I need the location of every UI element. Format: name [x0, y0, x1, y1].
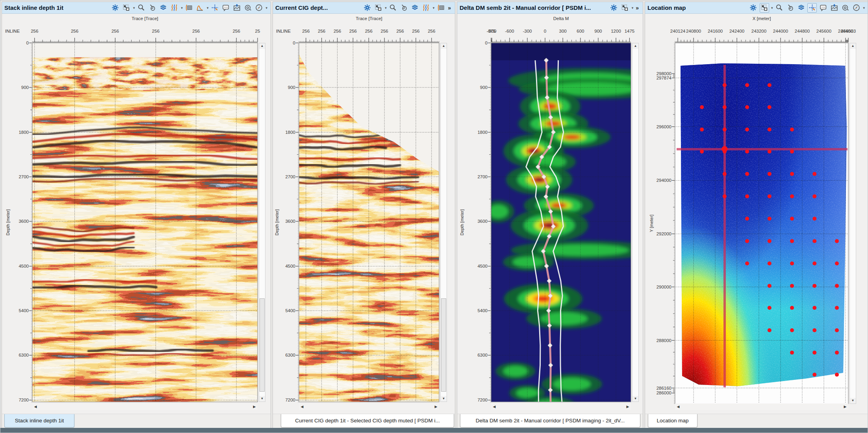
- vertical-scrollbar[interactable]: ▲▼: [440, 43, 447, 402]
- axis-label: 286160: [657, 386, 671, 390]
- locate-icon[interactable]: [840, 3, 850, 13]
- scroll-right-button[interactable]: ▶: [842, 403, 848, 410]
- panel-title: Current CIG dept...: [275, 4, 328, 11]
- scroll-up-button[interactable]: ▲: [632, 43, 638, 49]
- scroll-down-button[interactable]: ▼: [632, 396, 638, 402]
- panel-toolbar: ▾▾: [749, 3, 866, 13]
- tab-delta-dm-semblance[interactable]: Delta DM semb 2it - Manual corridor [ PS…: [460, 414, 640, 427]
- vertical-scrollbar[interactable]: ▲▼: [849, 43, 856, 404]
- comment-icon[interactable]: [818, 3, 828, 13]
- axis-label: 256: [381, 29, 388, 33]
- overflow-chevron-icon[interactable]: »: [635, 5, 640, 11]
- horizontal-scrollbar[interactable]: ◀▶: [299, 403, 439, 410]
- tab-stack-inline-depth[interactable]: Stack inline depth 1it: [4, 414, 74, 427]
- axis-label: 0: [544, 29, 546, 33]
- dropdown-caret-icon[interactable]: ▾: [863, 6, 865, 10]
- scroll-left-button[interactable]: ◀: [299, 403, 305, 410]
- layers-icon[interactable]: [158, 3, 168, 13]
- zoom-icon[interactable]: [774, 3, 784, 13]
- scroll-right-button[interactable]: ▶: [251, 403, 258, 410]
- snapshot-icon[interactable]: [829, 3, 839, 13]
- panel-toolbar: ▾»: [609, 3, 640, 13]
- mouse-tool-icon[interactable]: [785, 3, 795, 13]
- wiggle-display-icon[interactable]: [169, 3, 179, 13]
- semblance-plot-canvas[interactable]: [482, 43, 644, 406]
- axis-label: 2700: [285, 174, 295, 179]
- dropdown-caret-icon[interactable]: ▾: [771, 6, 773, 10]
- seismic-plot-canvas[interactable]: [299, 43, 439, 402]
- histogram-icon[interactable]: [195, 3, 205, 13]
- fit-view-icon[interactable]: [373, 3, 383, 13]
- axis-label: 0: [485, 41, 488, 45]
- dropdown-caret-icon[interactable]: ▾: [632, 6, 634, 10]
- scroll-down-button[interactable]: ▼: [850, 398, 856, 403]
- scrollbar-thumb[interactable]: [260, 298, 265, 392]
- scroll-left-button[interactable]: ◀: [32, 403, 39, 410]
- scrollbar-thumb[interactable]: [441, 298, 446, 392]
- settings-gear-icon[interactable]: [111, 3, 120, 13]
- locate-icon[interactable]: [243, 3, 252, 13]
- wiggle-display-icon[interactable]: [421, 3, 431, 13]
- vertical-scrollbar[interactable]: ▲▼: [632, 43, 639, 402]
- scroll-right-button[interactable]: ▶: [433, 403, 439, 410]
- tab-location-map[interactable]: Location map: [648, 414, 697, 427]
- axis-label: -600: [505, 29, 514, 33]
- axis-label: 900: [594, 29, 602, 33]
- seismic-plot-canvas[interactable]: [32, 43, 258, 402]
- axis-label: 1475: [625, 29, 635, 33]
- mouse-tool-icon[interactable]: [147, 3, 157, 13]
- panel-toolbar: ▾▾»: [362, 3, 453, 13]
- scroll-left-button[interactable]: ◀: [675, 403, 681, 410]
- dropdown-caret-icon[interactable]: ▾: [265, 6, 267, 10]
- scroll-up-button[interactable]: ▲: [850, 43, 856, 49]
- axis-label: 3600: [19, 219, 29, 224]
- spreadsheet-icon[interactable]: [184, 3, 194, 13]
- vertical-scrollbar[interactable]: ▲▼: [259, 43, 265, 402]
- dropdown-caret-icon[interactable]: ▾: [433, 6, 435, 10]
- crosshair-icon[interactable]: [210, 3, 219, 13]
- snapshot-icon[interactable]: [232, 3, 241, 13]
- dropdown-caret-icon[interactable]: ▾: [207, 6, 209, 10]
- dropdown-caret-icon[interactable]: ▾: [385, 6, 387, 10]
- layers-icon[interactable]: [410, 3, 420, 13]
- compass-icon[interactable]: [254, 3, 263, 13]
- axis-label: 256: [192, 29, 200, 33]
- scroll-down-button[interactable]: ▼: [259, 396, 265, 402]
- fit-view-icon[interactable]: [620, 3, 630, 13]
- axis-label: 1800: [477, 130, 488, 135]
- axis-label: 600: [577, 29, 584, 33]
- comment-icon[interactable]: [221, 3, 230, 13]
- spreadsheet-icon[interactable]: [436, 3, 445, 13]
- fit-view-icon[interactable]: [122, 3, 131, 13]
- axis-label: 2700: [477, 174, 488, 179]
- compass-icon[interactable]: [851, 3, 861, 13]
- scroll-up-button[interactable]: ▲: [259, 43, 265, 49]
- settings-gear-icon[interactable]: [362, 3, 372, 13]
- tab-current-cig-depth[interactable]: Current CIG depth 1it - Selected CIG dep…: [281, 414, 454, 427]
- scroll-down-button[interactable]: ▼: [441, 396, 447, 402]
- axis-label: 256: [365, 29, 373, 33]
- scroll-up-button[interactable]: ▲: [441, 43, 447, 49]
- dropdown-caret-icon[interactable]: ▾: [181, 6, 183, 10]
- horizontal-scrollbar[interactable]: ◀▶: [675, 403, 848, 410]
- layers-icon[interactable]: [796, 3, 806, 13]
- panel-header: Location map ▾▾: [645, 2, 868, 14]
- axis-label: Depth [meter]: [460, 209, 464, 236]
- settings-gear-icon[interactable]: [609, 3, 619, 13]
- mouse-tool-icon[interactable]: [399, 3, 409, 13]
- zoom-icon[interactable]: [136, 3, 146, 13]
- axis-label: 4500: [477, 264, 488, 268]
- zoom-icon[interactable]: [388, 3, 398, 13]
- crosshair-icon[interactable]: [807, 3, 817, 13]
- scroll-left-button[interactable]: ◀: [491, 403, 497, 410]
- panel-stack-inline-depth: Stack inline depth 1it ▾▾▾▾ Stack inline…: [2, 2, 271, 429]
- settings-gear-icon[interactable]: [749, 3, 758, 13]
- overflow-chevron-icon[interactable]: »: [447, 5, 452, 11]
- horizontal-scrollbar[interactable]: ◀▶: [491, 403, 631, 410]
- fit-view-icon[interactable]: [760, 3, 769, 13]
- horizontal-scrollbar[interactable]: ◀▶: [32, 403, 258, 410]
- scroll-right-button[interactable]: ▶: [625, 403, 631, 410]
- map-plot-canvas[interactable]: [675, 43, 848, 404]
- axis-label: 1800: [285, 130, 295, 135]
- dropdown-caret-icon[interactable]: ▾: [133, 6, 135, 10]
